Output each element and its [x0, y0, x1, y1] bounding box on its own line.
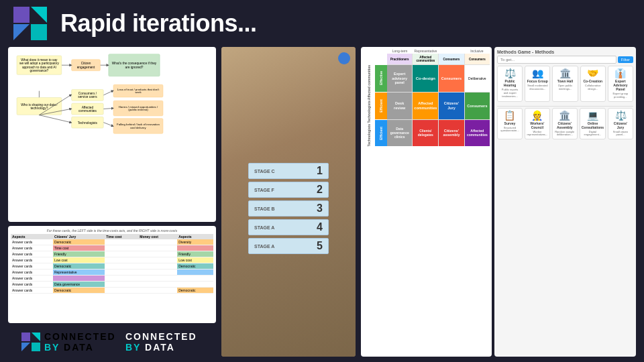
- fc-node-q2: What's the consequence if they are ignor…: [109, 54, 160, 76]
- method-focus-group: 👥 Focus Group Small moderated discussion…: [525, 66, 550, 102]
- cards-photo: STAGE C 1 STAGE F 2 STAGE B 3 STAGE A 4: [221, 47, 356, 357]
- method-icon-cocreate: 🤝: [587, 68, 598, 78]
- method-name-workers: Workers' Council: [527, 121, 548, 129]
- method-name-town: Town Hall: [557, 79, 573, 83]
- method-name-jury: Citizens' Jury: [610, 121, 631, 129]
- label-empty: [439, 49, 464, 53]
- fc-consequence2: Harms / missed opportunities / (public i…: [113, 101, 163, 116]
- main-content: What does it mean to say we will adopt a…: [0, 47, 644, 362]
- methods-divider: [497, 106, 633, 107]
- method-icon-jury: ⚖️: [615, 111, 627, 120]
- svg-marker-14: [32, 333, 40, 341]
- cell-data-governance: Data governance clinics: [387, 120, 412, 147]
- method-icon-hearing: ⚖️: [504, 68, 516, 78]
- svg-line-11: [103, 109, 112, 109]
- fc-orange-text: Citizen engagement: [74, 62, 98, 69]
- col-aspects2: Aspects: [177, 234, 213, 239]
- fc-node-tech: Technologists: [71, 117, 103, 128]
- method-icon-expert: 👔: [614, 68, 626, 78]
- matrix-left-labels: Affected communities Technologists Techn…: [363, 54, 375, 146]
- stage-card-3: STAGE B 3: [248, 200, 329, 217]
- cell-expert: Expert advisory panel: [387, 65, 412, 92]
- left-column: What does it mean to say we will adopt a…: [8, 47, 216, 357]
- svg-line-10: [103, 91, 112, 95]
- table-row: Answer cards Representative: [11, 269, 213, 276]
- fc-consumers-text: Consumers / service users: [74, 92, 101, 99]
- table-caption: For these cards, the LEFT side is the ti…: [11, 229, 213, 233]
- svg-line-9: [39, 115, 70, 123]
- method-icon-assembly: 🏛️: [559, 111, 570, 120]
- svg-rect-13: [21, 333, 30, 341]
- fc-tech-text: Technologists: [78, 121, 97, 124]
- method-public-hearing: ⚖️ Public Hearing Public reports and exp…: [497, 66, 523, 102]
- fc-affected-text: Affected communities: [74, 105, 101, 113]
- method-co-creation: 🤝 Co-Creation Collaborative design...: [580, 66, 606, 102]
- stage-card-1: STAGE C 1: [248, 163, 329, 179]
- method-workers-council: 👷 Workers' Council Worker representative…: [525, 108, 550, 140]
- method-name-hearing: Public Hearing: [499, 79, 521, 87]
- svg-line-12: [103, 123, 112, 126]
- method-name-survey: Survey: [504, 121, 516, 125]
- fc-node-affected: Affected communities: [71, 103, 103, 115]
- brand-logo: [21, 333, 40, 351]
- subheader-4: Consumers: [465, 54, 490, 64]
- svg-marker-1: [31, 7, 47, 23]
- subheader-3: Consumers: [439, 54, 464, 64]
- fc-q3-text: Who is shaping our data / technology?: [19, 103, 59, 110]
- method-survey: 📋 Survey Structured questionnaire...: [497, 108, 523, 140]
- method-icon-online: 💻: [587, 111, 598, 120]
- row-label-tech2: Technologists: [367, 124, 371, 147]
- col-time: Time cost: [105, 234, 138, 239]
- method-icon-survey: 📋: [504, 111, 515, 120]
- cell-affected-comm: Affected communities: [465, 120, 490, 147]
- methods-filter: Filter: [497, 56, 633, 64]
- label-efficient2: Efficient: [379, 127, 383, 140]
- cell-desk: Desk review: [387, 93, 412, 119]
- table-row: Answer cards Democratic Democratic: [11, 263, 213, 269]
- cell-consumers2: Consumers: [465, 93, 490, 119]
- fc-consequence1: Loss of trust / products that don't work: [113, 84, 163, 97]
- cell-citizens-jury: Citizens' Jury: [439, 93, 464, 119]
- fc-consequence3: Falling behind / lack of innovation and …: [113, 118, 163, 133]
- methods-bottom-row: 📋 Survey Structured questionnaire... 👷 W…: [497, 108, 633, 140]
- fc-node-orange: Citizen engagement: [71, 60, 100, 71]
- cell-codesign: Co-design: [413, 65, 438, 92]
- fc-c1-text: Loss of trust / products that don't work: [115, 88, 161, 95]
- method-name-focus: Focus Group: [527, 79, 548, 83]
- slide-title: Rapid iterations...: [60, 9, 257, 38]
- table-row: Answer cards Low cost Low cost: [11, 257, 213, 263]
- logo: [13, 7, 50, 40]
- cell-citizens-assembly: Citizens' assembly: [439, 120, 464, 147]
- method-town-hall: 🏛️ Town Hall Open public meetings...: [552, 66, 578, 102]
- fc-c2-text: Harms / missed opportunities / (public i…: [115, 105, 161, 112]
- methods-search-input[interactable]: [497, 56, 616, 64]
- table-section: For these cards, the LEFT side is the ti…: [8, 226, 216, 323]
- method-expert-panel: 👔 Expert Advisory Panel Expert group pro…: [608, 66, 633, 102]
- fc-q1-text: What does it mean to say we will adopt a…: [19, 58, 59, 72]
- svg-marker-15: [21, 343, 30, 351]
- svg-marker-2: [13, 24, 30, 40]
- method-name-expert: Expert Advisory Panel: [610, 79, 631, 91]
- method-citizens-jury: ⚖️ Citizens' Jury Small citizen panel...: [608, 108, 633, 140]
- fc-node-q1: What does it mean to say we will adopt a…: [17, 56, 62, 75]
- methods-filter-button[interactable]: Filter: [618, 56, 633, 63]
- methods-section: Methods Game - Methods Filter ⚖️ Public …: [494, 47, 636, 357]
- label-efficient: Efficient: [379, 99, 383, 113]
- subheader-2: Affected communities: [413, 54, 438, 64]
- method-name-cocreate: Co-Creation: [583, 79, 602, 83]
- stage-card-5: STAGE A 5: [248, 238, 329, 254]
- cell-clients: Clients/ delegates: [413, 120, 438, 147]
- col-money: Money cost: [138, 234, 177, 239]
- stage-card-4: STAGE A 4: [248, 219, 329, 235]
- label-inclusive: Inclusive: [464, 49, 490, 53]
- label-representative: Representative: [413, 49, 438, 53]
- fc-q2-text: What's the consequence if they are ignor…: [111, 62, 158, 69]
- table-row: Answer cards Friendly Friendly: [11, 251, 213, 257]
- subheader-1: Practitioners: [387, 54, 412, 64]
- label-longterm: Long-term: [387, 49, 413, 53]
- method-name-online: Online Consultations: [582, 121, 604, 129]
- table-row: Answer cards Democratic Diversity: [11, 239, 213, 245]
- method-name-assembly: Citizens' Assembly: [554, 121, 576, 129]
- methods-title: Methods Game - Methods: [497, 50, 633, 54]
- matrix-body: Affected communities Technologists Techn…: [363, 54, 490, 146]
